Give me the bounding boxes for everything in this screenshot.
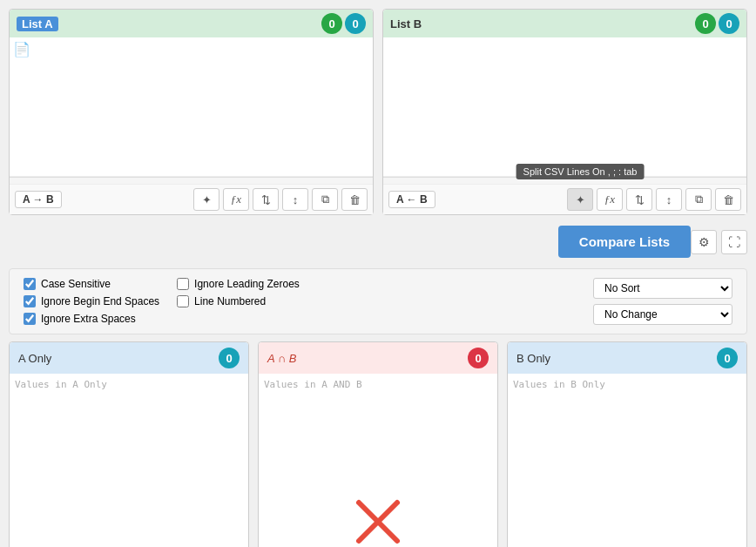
a-and-b-badge: 0 xyxy=(468,348,489,368)
list-b-header: List B 0 0 xyxy=(383,10,746,37)
split-csv-wrapper: ✦ Split CSV Lines On , ; : tab xyxy=(567,188,593,211)
ignore-extra-checkbox[interactable] xyxy=(24,313,36,325)
list-b-updown-btn[interactable]: ↕ xyxy=(656,188,682,211)
list-a-badges: 0 0 xyxy=(321,13,366,34)
updown-icon-b: ↕ xyxy=(666,193,672,206)
list-b-trash-btn[interactable]: 🗑 xyxy=(715,188,741,211)
middle-section: Compare Lists ⚙ ⛶ xyxy=(9,222,747,261)
ignore-leading-checkbox[interactable] xyxy=(177,278,189,290)
ignore-leading-label: Ignore Leading Zeroes xyxy=(194,278,300,290)
top-panels: List A 0 0 📄 A → B ✦ ƒx xyxy=(9,9,747,215)
file-icon-a: 📄 xyxy=(13,41,30,57)
main-container: List A 0 0 📄 A → B ✦ ƒx xyxy=(0,0,756,547)
compare-btn[interactable]: Compare Lists xyxy=(558,226,691,258)
list-a-magic-btn[interactable]: ✦ xyxy=(193,188,219,211)
checkbox-group-2: Ignore Leading Zeroes Line Numbered xyxy=(177,278,300,307)
b-only-panel: B Only 0 ≡ — ↑ ⧉ xyxy=(507,341,747,547)
list-b-toolbar: A ← B ✦ Split CSV Lines On , ; : tab ƒx … xyxy=(383,184,746,214)
updown-icon: ↕ xyxy=(293,193,299,206)
a-only-badge: 0 xyxy=(219,348,240,368)
sort-select[interactable]: No Sort Sort A-Z Sort Z-A xyxy=(593,278,732,299)
b-only-badge: 0 xyxy=(717,348,738,368)
list-a-panel: List A 0 0 📄 A → B ✦ ƒx xyxy=(9,9,374,215)
x-mark xyxy=(259,487,497,547)
list-b-badges: 0 0 xyxy=(695,13,739,34)
copy-icon-b: ⧉ xyxy=(695,192,703,206)
settings-icon: ⚙ xyxy=(699,235,710,249)
list-a-badge-1: 0 xyxy=(321,13,342,34)
list-b-sort-btn[interactable]: ⇅ xyxy=(626,188,652,211)
a-only-header: A Only 0 xyxy=(10,342,248,374)
a-only-panel: A Only 0 ≡ — ↑ ⧉ xyxy=(9,341,249,547)
a-and-b-header: A ∩ B 0 xyxy=(259,342,497,374)
x-svg xyxy=(352,496,404,547)
change-select[interactable]: No Change Uppercase Lowercase xyxy=(593,304,732,325)
ignore-begin-end-checkbox[interactable] xyxy=(24,295,36,307)
options-section: Case Sensitive Ignore Begin End Spaces I… xyxy=(9,268,747,334)
expand-icon-btn[interactable]: ⛶ xyxy=(721,230,747,254)
list-a-textarea-container: 📄 xyxy=(10,37,373,177)
expand-icon: ⛶ xyxy=(728,235,740,249)
list-b-badge-2: 0 xyxy=(719,13,739,34)
ignore-leading-option[interactable]: Ignore Leading Zeroes xyxy=(177,278,300,290)
b-only-header: B Only 0 xyxy=(508,342,746,374)
list-a-copy-btn[interactable]: ⧉ xyxy=(312,188,338,211)
ignore-begin-end-label: Ignore Begin End Spaces xyxy=(41,295,159,307)
list-a-header: List A 0 0 xyxy=(10,10,373,37)
checkbox-group-1: Case Sensitive Ignore Begin End Spaces I… xyxy=(24,278,159,325)
ignore-begin-end-option[interactable]: Ignore Begin End Spaces xyxy=(24,295,159,307)
line-numbered-label: Line Numbered xyxy=(194,295,266,307)
fx-icon: ƒx xyxy=(231,192,241,206)
ignore-extra-option[interactable]: Ignore Extra Spaces xyxy=(24,313,159,325)
a-only-title: A Only xyxy=(18,352,51,365)
sort-icon: ⇅ xyxy=(261,193,271,206)
list-a-textarea[interactable] xyxy=(10,37,373,176)
list-a-fx-btn[interactable]: ƒx xyxy=(223,188,249,211)
select-group: No Sort Sort A-Z Sort Z-A No Change Uppe… xyxy=(593,278,732,325)
trash-icon: 🗑 xyxy=(349,193,361,206)
b-only-textarea[interactable] xyxy=(508,374,746,547)
b-only-title: B Only xyxy=(516,352,550,365)
fx-icon-b: ƒx xyxy=(604,192,615,206)
list-b-panel: List B 0 0 A ← B ✦ Split CSV Lines On , xyxy=(382,9,747,215)
case-sensitive-option[interactable]: Case Sensitive xyxy=(24,278,159,290)
list-a-sort-btn[interactable]: ⇅ xyxy=(253,188,279,211)
list-b-scrollbar[interactable] xyxy=(383,177,746,184)
list-a-trash-btn[interactable]: 🗑 xyxy=(341,188,368,211)
list-b-ab-label: A ← B xyxy=(388,191,435,208)
ignore-extra-label: Ignore Extra Spaces xyxy=(41,313,136,325)
case-sensitive-checkbox[interactable] xyxy=(24,278,36,290)
magic-icon-b: ✦ xyxy=(576,193,585,206)
list-b-textarea[interactable] xyxy=(383,37,746,176)
list-b-fx-btn[interactable]: ƒx xyxy=(597,188,623,211)
a-and-b-panel: A ∩ B 0 ≡ — ↑ xyxy=(258,341,498,547)
list-a-ab-label: A → B xyxy=(15,191,62,208)
a-and-b-textarea[interactable] xyxy=(259,374,497,487)
a-and-b-title: A ∩ B xyxy=(267,352,296,365)
list-a-scrollbar[interactable] xyxy=(10,177,373,184)
list-b-badge-1: 0 xyxy=(695,13,716,34)
bottom-panels: A Only 0 ≡ — ↑ ⧉ xyxy=(9,341,747,547)
list-a-title: List A xyxy=(17,17,58,31)
right-icons: ⚙ ⛶ xyxy=(691,230,747,254)
list-b-copy-btn[interactable]: ⧉ xyxy=(685,188,712,211)
magic-icon: ✦ xyxy=(202,193,212,206)
line-numbered-option[interactable]: Line Numbered xyxy=(177,295,300,307)
list-b-textarea-container xyxy=(383,37,746,177)
list-a-toolbar: A → B ✦ ƒx ⇅ ↕ ⧉ 🗑 xyxy=(10,184,373,214)
list-b-title: List B xyxy=(390,17,422,30)
trash-icon-b: 🗑 xyxy=(723,193,734,206)
case-sensitive-label: Case Sensitive xyxy=(41,278,111,290)
settings-icon-btn[interactable]: ⚙ xyxy=(691,230,717,254)
list-a-updown-btn[interactable]: ↕ xyxy=(282,188,308,211)
list-a-badge-2: 0 xyxy=(345,13,366,34)
list-b-magic-btn[interactable]: ✦ xyxy=(567,188,593,211)
copy-icon: ⧉ xyxy=(321,192,329,206)
a-only-textarea[interactable] xyxy=(10,374,248,547)
sort-icon-b: ⇅ xyxy=(635,193,645,206)
line-numbered-checkbox[interactable] xyxy=(177,295,189,307)
